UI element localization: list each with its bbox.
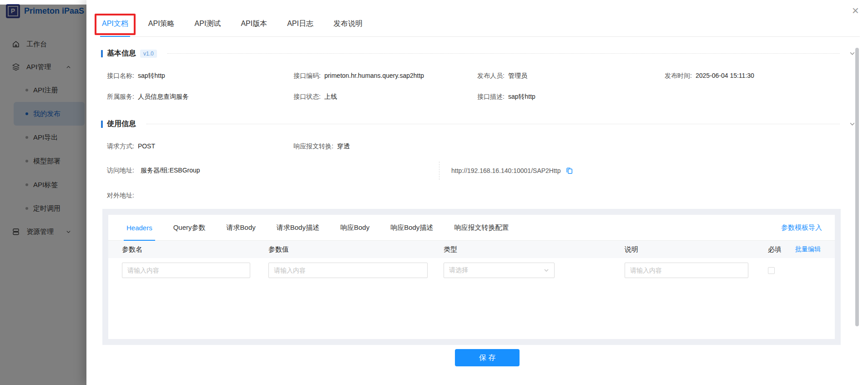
field-label: 接口名称: [107, 72, 134, 80]
field-value: 服务器/组:ESBGroup [141, 167, 200, 175]
column-header-param-value: 参数值 [268, 245, 444, 254]
tab-label: 响应Body描述 [390, 223, 433, 232]
basic-info-row-1: 接口名称: sap转http 接口编码: primeton.hr.humans.… [107, 72, 855, 80]
parameter-tab-bar: Headers Query参数 请求Body 请求Body描述 响应Body 响… [108, 215, 835, 241]
chevron-down-icon[interactable] [849, 121, 855, 127]
field-api-name: 接口名称: sap转http [107, 72, 293, 80]
tab-response-transform-config[interactable]: 响应报文转换配置 [454, 215, 509, 240]
tab-label: API文档 [102, 20, 128, 27]
copy-icon[interactable] [565, 167, 573, 175]
tab-api-doc[interactable]: API文档 [101, 19, 129, 36]
basic-info-row-2: 所属服务: 人员信息查询服务 接口状态: 上线 接口描述: sap转http [107, 93, 855, 101]
tab-api-version[interactable]: API版本 [240, 19, 268, 36]
field-value: 穿透 [337, 142, 350, 151]
column-header-type: 类型 [444, 245, 625, 254]
tab-label: API版本 [241, 20, 267, 27]
tab-request-body-desc[interactable]: 请求Body描述 [277, 215, 319, 240]
param-desc-input[interactable] [625, 263, 748, 278]
param-table-empty-area [108, 283, 835, 339]
field-label: 所属服务: [107, 93, 134, 101]
tab-api-policy[interactable]: API策略 [147, 19, 176, 36]
footer-actions: 保 存 [86, 349, 868, 366]
tab-label: 请求Body [227, 223, 256, 232]
tab-label: Query参数 [173, 223, 206, 232]
dashed-vertical-divider [439, 162, 439, 180]
dotted-divider [146, 124, 840, 124]
field-label: 发布时间: [665, 72, 692, 80]
field-label: 响应报文转换: [293, 142, 333, 151]
api-url: http://192.168.16.140:10001/SAP2Http [451, 167, 561, 174]
field-value: 上线 [324, 93, 337, 101]
column-header-required: 必填 [768, 245, 795, 254]
tab-label: 响应报文转换配置 [454, 223, 509, 232]
field-label: 请求方式: [107, 142, 134, 151]
param-template-import-link[interactable]: 参数模板导入 [781, 223, 822, 232]
tab-api-test[interactable]: API测试 [194, 19, 222, 36]
section-accent-bar [101, 121, 103, 128]
tab-label: 响应Body [340, 223, 369, 232]
field-response-transform: 响应报文转换: 穿透 [293, 142, 855, 151]
tab-query-params[interactable]: Query参数 [173, 215, 206, 240]
tab-headers[interactable]: Headers [126, 215, 152, 240]
field-label: 接口编码: [293, 72, 321, 80]
chevron-down-icon[interactable] [849, 51, 855, 56]
tab-label: API测试 [195, 20, 221, 27]
field-api-status: 接口状态: 上线 [293, 93, 477, 101]
field-request-method: 请求方式: POST [107, 142, 293, 151]
close-icon[interactable]: × [852, 5, 859, 16]
select-placeholder: 请选择 [449, 266, 468, 274]
bulk-edit-link[interactable]: 批量编辑 [795, 245, 821, 253]
field-label: 发布人员: [477, 72, 505, 80]
field-api-description: 接口描述: sap转http [477, 93, 665, 101]
tab-label: API策略 [148, 20, 175, 27]
tab-label: 发布说明 [333, 20, 363, 27]
save-button[interactable]: 保 存 [455, 349, 520, 366]
field-value: sap转http [138, 72, 165, 80]
column-header-description: 说明 [625, 245, 768, 254]
chevron-down-icon [544, 268, 549, 273]
drawer-tab-bar: API文档 API策略 API测试 API版本 API日志 发布说明 [101, 19, 860, 37]
field-label: 接口描述: [477, 93, 505, 101]
tab-request-body[interactable]: 请求Body [227, 215, 256, 240]
tab-release-notes[interactable]: 发布说明 [333, 19, 363, 36]
param-value-input[interactable] [268, 263, 428, 278]
basic-info-section-header: 基本信息 v1.0 [101, 49, 855, 58]
field-value: 人员信息查询服务 [138, 93, 189, 101]
field-publish-time: 发布时间: 2025-06-04 15:11:30 [665, 72, 855, 80]
tab-response-body[interactable]: 响应Body [340, 215, 369, 240]
tab-label: API日志 [287, 20, 313, 27]
access-address-row: 访问地址: 服务器/组:ESBGroup http://192.168.16.1… [107, 162, 855, 180]
tab-label: 请求Body描述 [277, 223, 319, 232]
tab-response-body-desc[interactable]: 响应Body描述 [390, 215, 433, 240]
param-table-header: 参数名 参数值 类型 说明 必填 批量编辑 [108, 241, 835, 258]
parameter-panel: Headers Query参数 请求Body 请求Body描述 响应Body 响… [108, 215, 835, 339]
field-value: 2025-06-04 15:11:30 [696, 72, 754, 79]
tab-api-log[interactable]: API日志 [286, 19, 314, 36]
param-table-row: 请选择 [108, 258, 835, 283]
section-title: 基本信息 [107, 49, 136, 58]
param-type-select[interactable]: 请选择 [444, 263, 555, 278]
field-service: 所属服务: 人员信息查询服务 [107, 93, 293, 101]
vertical-scrollbar[interactable] [855, 48, 859, 326]
field-access-address: 访问地址: 服务器/组:ESBGroup [107, 167, 439, 175]
field-value: POST [138, 142, 155, 150]
field-label: 对外地址: [107, 192, 134, 200]
tab-label: Headers [126, 224, 152, 232]
field-value: primeton.hr.humans.query.sap2http [324, 72, 424, 79]
section-accent-bar [101, 50, 103, 57]
field-api-code: 接口编码: primeton.hr.humans.query.sap2http [293, 72, 477, 80]
param-name-input[interactable] [122, 263, 250, 278]
usage-info-section-header: 使用信息 [101, 119, 855, 129]
required-checkbox[interactable] [768, 267, 775, 274]
modal-dim-overlay[interactable] [0, 5, 86, 385]
field-publisher: 发布人员: 管理员 [477, 72, 665, 80]
column-header-param-name: 参数名 [122, 245, 268, 254]
version-badge: v1.0 [140, 50, 157, 58]
dotted-divider [167, 53, 840, 54]
external-address-row: 对外地址: [107, 192, 855, 200]
api-detail-drawer: × API文档 API策略 API测试 API版本 API日志 发布说明 基本信… [86, 0, 868, 385]
parameter-card: Headers Query参数 请求Body 请求Body描述 响应Body 响… [102, 209, 841, 345]
api-url-group: http://192.168.16.140:10001/SAP2Http [451, 167, 573, 175]
usage-info-row-1: 请求方式: POST 响应报文转换: 穿透 [107, 142, 855, 151]
field-label: 访问地址: [107, 167, 134, 175]
